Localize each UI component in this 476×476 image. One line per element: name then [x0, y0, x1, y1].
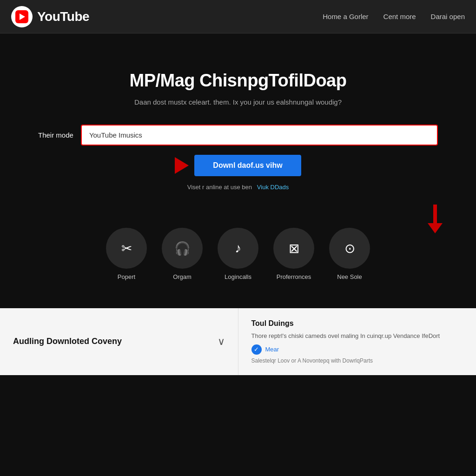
- youtube-play-triangle: [20, 13, 25, 20]
- feature-item-0: ✂ Popert: [106, 228, 147, 280]
- bottom-right-title: Toul Duings: [251, 319, 463, 328]
- bottom-right-footer: ✓ Mear: [251, 344, 463, 355]
- feature-label-2: Logincalls: [225, 273, 251, 280]
- footer-cta-link[interactable]: Mear: [265, 346, 279, 353]
- feature-circle-2[interactable]: ♪: [218, 228, 258, 269]
- feature-label-0: Popert: [118, 273, 135, 280]
- feature-circle-4[interactable]: ⊙: [329, 228, 370, 269]
- url-input-wrapper: [81, 125, 438, 145]
- input-section: Their mode: [29, 125, 447, 145]
- logo-area: YouTube: [11, 6, 89, 27]
- features-row: ✂ Popert 🎧 Orgam ♪ Logincalls ⊠ Proferro…: [0, 228, 476, 308]
- visit-text: Viset r anline at use ben Viuk DDads: [28, 184, 448, 191]
- feature-item-3: ⊠ Proferronces: [273, 228, 314, 280]
- nav-item-3[interactable]: Darai open: [431, 13, 465, 20]
- visit-link[interactable]: Viuk DDads: [257, 184, 289, 191]
- url-input[interactable]: [82, 126, 437, 145]
- app-header: YouTube Home a Gorler Cent more Darai op…: [0, 0, 476, 33]
- nav-links: Home a Gorler Cent more Darai open: [323, 13, 465, 20]
- hero-title: MP/Mag ChisnpgTofilDoap: [28, 71, 448, 91]
- youtube-logo-icon: [11, 6, 33, 27]
- hero-subtitle: Daan dost mustx celeart. them. Ix you jo…: [28, 98, 448, 106]
- bottom-right-section: Toul Duings Thore reptrl's chiski cameds…: [238, 308, 476, 375]
- features-container: ✂ Popert 🎧 Orgam ♪ Logincalls ⊠ Proferro…: [0, 228, 476, 308]
- feature-item-1: 🎧 Orgam: [162, 228, 203, 280]
- hero-section: MP/Mag ChisnpgTofilDoap Daan dost mustx …: [0, 33, 476, 228]
- nav-item-1[interactable]: Home a Gorler: [323, 13, 368, 20]
- check-circle-icon: ✓: [251, 344, 262, 355]
- feature-label-3: Proferronces: [277, 273, 311, 280]
- feature-label-4: Nee Sole: [337, 273, 362, 280]
- arrow-shaft: [433, 205, 437, 223]
- action-row: Downl daof.us vihw: [28, 155, 448, 176]
- visit-static-text: Viset r anline at use ben: [187, 184, 252, 191]
- feature-item-4: ⊙ Nee Sole: [329, 228, 370, 280]
- feature-item-2: ♪ Logincalls: [218, 228, 258, 280]
- feature-label-1: Orgam: [173, 273, 192, 280]
- bottom-left-title: Audling Downloted Coveny: [13, 337, 122, 346]
- download-button[interactable]: Downl daof.us vihw: [194, 155, 301, 176]
- bottom-panel: Audling Downloted Coveny ∨ Toul Duings T…: [0, 308, 476, 375]
- feature-circle-1[interactable]: 🎧: [162, 228, 203, 269]
- feature-circle-3[interactable]: ⊠: [273, 228, 314, 269]
- bottom-right-text: Thore reptrl's chiski cameds ovel maling…: [251, 331, 463, 341]
- logo-text: YouTube: [37, 9, 89, 24]
- arrow-right-icon: [175, 157, 189, 174]
- youtube-play-bg: [15, 10, 28, 23]
- bottom-footer-small-text: Salestelqr Loov or A Novontepq with Dowr…: [251, 357, 463, 364]
- bottom-left-section: Audling Downloted Coveny ∨: [0, 308, 238, 375]
- chevron-down-icon[interactable]: ∨: [218, 336, 225, 348]
- nav-item-2[interactable]: Cent more: [383, 13, 416, 20]
- feature-circle-0[interactable]: ✂: [106, 228, 147, 269]
- input-label: Their mode: [38, 131, 73, 139]
